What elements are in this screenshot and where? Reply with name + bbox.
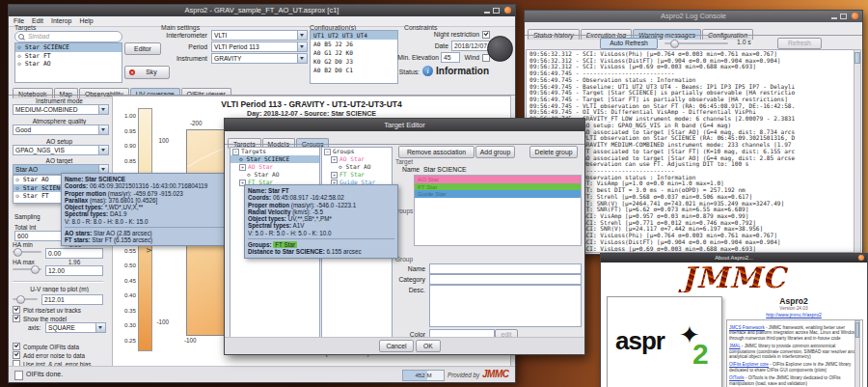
menu-interop[interactable]: Interop: [47, 17, 75, 24]
tree-node[interactable]: AO Star: [322, 155, 392, 163]
close-icon[interactable]: [852, 13, 858, 19]
group-desc-field[interactable]: [429, 285, 582, 327]
interferometer-select[interactable]: VLTI: [211, 30, 308, 41]
refresh-interval-slider[interactable]: [665, 42, 728, 44]
menu-bar: FileEditInteropHelp: [9, 16, 515, 27]
ha-max-field[interactable]: 12.00: [45, 265, 103, 276]
interferometer-label: Interferometer: [151, 32, 207, 39]
target-editor-titlebar[interactable]: Target Editor: [225, 119, 584, 131]
total-integration-field[interactable]: 600: [14, 231, 63, 241]
about-paragraph: OITools - OITools is the JMMC library de…: [729, 375, 860, 386]
configurations-list[interactable]: UT1 UT2 UT3 UT4A0 B5 J2 J6A0 G1 J2 K0K0 …: [310, 30, 398, 84]
aspro-logo-two: 2: [692, 338, 709, 371]
add-group-button[interactable]: Add group: [475, 146, 515, 158]
configuration-item[interactable]: UT1 UT2 UT3 UT4: [311, 31, 397, 40]
target-list-item[interactable]: Star AO: [15, 60, 122, 69]
wind-label: Wind: [460, 54, 479, 61]
refresh-interval-label: 1.0 s: [737, 39, 751, 45]
min-elevation-field[interactable]: 45: [441, 52, 460, 63]
about-app-name: Aspro2: [726, 296, 861, 306]
close-icon[interactable]: [504, 7, 511, 14]
ha-min-field[interactable]: 0.00: [45, 248, 103, 259]
about-link[interactable]: http://www.jmmc.fr/aspro2: [726, 312, 861, 318]
y-tick: -100: [149, 318, 169, 325]
about-text-panel[interactable]: JMCS Framework - JMMC framework, enablin…: [726, 319, 863, 387]
maximize-icon[interactable]: [493, 8, 500, 14]
target-editor-dialog: Target Editor TargetsModelsGroups Target…: [224, 118, 585, 355]
tree-node[interactable]: FT Star: [322, 171, 392, 179]
auto-refresh-toggle[interactable]: Auto Refresh: [600, 38, 658, 49]
target-name-value: Star SCIENCE: [423, 166, 467, 173]
menu-edit[interactable]: Edit: [28, 17, 47, 24]
scrollbar-thumb[interactable]: [855, 322, 859, 338]
axis-label: axis:: [28, 324, 41, 331]
ok-button[interactable]: OK: [416, 340, 441, 352]
main-window-titlebar[interactable]: Aspro2 - GRAV_sample_FT_AO_UT.asprox [c1…: [9, 5, 515, 16]
ha-max-value: 1.96: [47, 259, 101, 265]
minimize-icon[interactable]: [831, 14, 837, 19]
ha-min-slider[interactable]: [13, 251, 41, 253]
tree-node[interactable]: Star AO: [231, 171, 319, 179]
colorbar-tick: 0.55: [115, 247, 136, 254]
provided-by-label: Provided by: [448, 372, 479, 378]
target-list-item[interactable]: Star FT: [15, 52, 122, 61]
wind-compass[interactable]: [487, 36, 513, 62]
uv-range-slider[interactable]: [13, 298, 38, 300]
about-scrollbar[interactable]: [854, 320, 860, 387]
configuration-item[interactable]: A0 B2 D0 C1: [311, 66, 397, 74]
instrument-label: Instrument: [151, 55, 207, 62]
tree-node[interactable]: Groups: [322, 148, 392, 155]
add-noise-checkbox[interactable]: Add error noise to data: [13, 351, 85, 359]
search-input[interactable]: Simbad: [14, 31, 122, 42]
close-icon[interactable]: [858, 255, 864, 261]
group-category-field[interactable]: [429, 274, 582, 285]
status-bar-text: OIFits done.: [26, 371, 63, 377]
uv-range-label: U-V range to plot (m): [11, 286, 108, 292]
atmosphere-select[interactable]: Good: [13, 124, 109, 135]
instrument-select[interactable]: GRAVITY: [211, 53, 308, 64]
tree-node[interactable]: AO Star: [231, 163, 319, 171]
plot-tracks-checkbox[interactable]: Plot rise/set uv tracks: [13, 306, 81, 314]
target-list-item[interactable]: Star SCIENCE: [15, 43, 122, 52]
group-row[interactable]: Guide Star: [415, 190, 581, 198]
scrollbar-thumb[interactable]: [854, 52, 860, 64]
file-icon: [14, 371, 23, 380]
targets-list[interactable]: Star SCIENCEStar FTStar AO: [14, 42, 122, 83]
period-select[interactable]: VLTI Period 113: [211, 41, 308, 52]
compute-oifits-checkbox[interactable]: Compute OIFits data: [13, 343, 79, 350]
cancel-button[interactable]: Cancel: [379, 340, 414, 352]
configuration-item[interactable]: A0 G1 J2 K0: [311, 48, 397, 57]
sky-button[interactable]: × Sky: [124, 66, 170, 79]
tree-node[interactable]: Star AO: [322, 163, 392, 171]
group-row[interactable]: AO Star: [415, 176, 581, 183]
group-row[interactable]: FT Star: [415, 183, 581, 191]
configuration-item[interactable]: A0 B5 J2 J6: [311, 40, 397, 48]
tree-node[interactable]: Targets: [231, 148, 319, 155]
group-name-field[interactable]: [429, 263, 582, 274]
configuration-item[interactable]: K0 G2 D0 J3: [311, 57, 397, 66]
remove-association-button[interactable]: Remove association: [398, 146, 475, 158]
show-model-checkbox[interactable]: Show the model: [13, 315, 67, 322]
log-scrollbar[interactable]: [854, 49, 861, 253]
uv-range-field[interactable]: 212.01: [41, 294, 103, 305]
constraints-label: Constraints: [404, 24, 437, 31]
tree-node[interactable]: Star SCIENCE: [231, 155, 319, 163]
maximize-icon[interactable]: [840, 14, 847, 19]
refresh-button[interactable]: Refresh: [777, 38, 822, 49]
x-tick-top: -200: [190, 120, 203, 126]
instrument-mode-select[interactable]: MEDIUM-COMBINED: [13, 104, 109, 115]
menu-file[interactable]: File: [9, 17, 28, 24]
delete-group-button[interactable]: Delete group: [529, 146, 578, 158]
jmmc-brand-logo[interactable]: JMMC: [482, 369, 508, 379]
plot-subtitle: Day: 2018-12-07 - Source: Star SCIENCE: [113, 110, 510, 117]
sky-icon: ×: [129, 69, 135, 75]
checkbox-icon: [13, 343, 20, 350]
target-groups-list[interactable]: AO StarFT StarGuide Star: [414, 175, 582, 246]
log-console-titlebar[interactable]: Aspro2 Log Console: [525, 11, 862, 22]
axis-select[interactable]: SQUARE: [45, 322, 106, 333]
ha-max-slider[interactable]: [13, 268, 41, 270]
minimize-icon[interactable]: [484, 8, 490, 14]
chevron-down-icon: [297, 54, 307, 63]
menu-help[interactable]: Help: [75, 17, 96, 24]
ao-setup-select[interactable]: GPAO_NGS_VIS: [13, 145, 109, 155]
